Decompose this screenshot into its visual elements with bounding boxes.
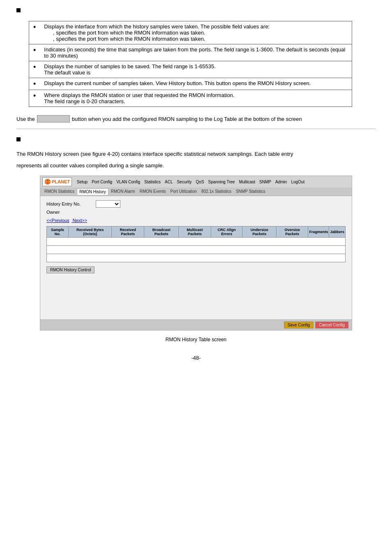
info-cell: Where displays the RMON station or user … [40,90,352,107]
table-row: • Displays the interface from which the … [29,21,352,44]
subnav-8021x-statistics[interactable]: 802.1x Statistics [199,188,233,195]
col-oversize-packets: Oversize Packets [277,227,308,238]
nav-item-security[interactable]: Security [175,179,193,185]
next-link[interactable]: Next>> [73,218,87,223]
bullet-icon: • [33,46,36,54]
subnav-rmon-statistics[interactable]: RMON Statistics [42,188,76,195]
col-received-packets: Received Packets [112,227,144,238]
history-entry-row: History Entry No. [46,200,346,208]
cancel-config-button[interactable]: Cancel Config [315,321,348,328]
bullet-icon: • [33,63,36,71]
info-cell: Indicates (in seconds) the time that sam… [40,44,352,61]
info-table: • Displays the interface from which the … [29,21,352,107]
globe-icon [44,178,51,185]
nav-item-snmp[interactable]: SNMP [258,179,273,185]
page-number: -48- [16,355,376,361]
desc-text-2: represents all counter values compiled d… [16,162,376,170]
save-config-button[interactable]: Save Config [284,321,314,328]
data-table: Sample No. Received Bytes (Octets) Recei… [46,226,346,262]
nav-items: Setup Port Config VLAN Config Statistics… [75,179,306,185]
subnav-snmp-statistics[interactable]: SNMP Statistics [234,188,267,195]
subnav-port-utilization[interactable]: Port Utilization [168,188,199,195]
empty-cell [47,254,346,262]
nav-item-setup[interactable]: Setup [75,179,89,185]
owner-row: Owner [46,210,346,215]
history-entry-select[interactable] [96,200,120,208]
nav-bar: PLANET Setup Port Config VLAN Config Sta… [40,176,352,187]
nav-item-spanning-tree[interactable]: Spanning Tree [207,179,237,185]
desc-text-1: The RMON History screen (see figure 4-20… [16,150,376,158]
section-bullet-icon-2 [16,137,21,141]
table-row [47,254,346,262]
divider [16,129,376,129]
add-button-placeholder [37,115,70,123]
logo-area: PLANET [42,177,72,186]
nav-item-portconfig[interactable]: Port Config [90,179,114,185]
section-bullet-icon [16,8,21,12]
content-area: History Entry No. Owner <<Previous Next>… [40,196,352,319]
col-broadcast-packets: Broadcast Packets [144,227,179,238]
table-row [47,246,346,254]
sub-nav-bar: RMON Statistics RMON History RMON Alarm … [40,187,352,196]
col-jabbers: Jabbers [329,227,346,238]
empty-cell [47,238,346,246]
nav-links: <<Previous Next>> [46,218,346,223]
table-row: • Displays the current number of samples… [29,78,352,90]
col-multicast-packets: Multicast Packets [179,227,211,238]
nav-item-qos[interactable]: QoS [194,179,206,185]
history-entry-label: History Entry No. [46,201,96,206]
info-cell: Displays the interface from which the hi… [40,21,352,44]
col-crc-align-errors: CRC Align Errors [211,227,242,238]
nav-item-acl[interactable]: ACL [163,179,174,185]
table-row: • Indicates (in seconds) the time that s… [29,44,352,61]
logo: PLANET [42,177,72,186]
nav-item-statistics[interactable]: Statistics [143,179,162,185]
table-row: • Displays the number of samples to be s… [29,61,352,78]
rmon-history-control-button[interactable]: RMON History Control [46,266,95,273]
nav-item-multicast[interactable]: Multicast [238,179,257,185]
subnav-rmon-events[interactable]: RMON Events [138,188,168,195]
nav-item-vlanconfig[interactable]: VLAN Config [115,179,142,185]
bullet-icon: • [33,92,36,100]
col-sample-no: Sample No. [47,227,69,238]
use-line: Use the button when you add the configur… [16,115,376,123]
nav-item-admin[interactable]: Admin [274,179,288,185]
info-cell: Displays the number of samples to be sav… [40,61,352,78]
owner-label: Owner [46,210,96,215]
info-cell: Displays the current number of samples t… [40,78,352,90]
bullet-icon: • [33,80,36,88]
subnav-rmon-history[interactable]: RMON History [77,188,108,195]
col-undersize-packets: Undersize Packets [242,227,277,238]
screenshot-container: PLANET Setup Port Config VLAN Config Sta… [40,176,352,331]
nav-item-logout[interactable]: LogOut [289,179,306,185]
prev-link[interactable]: <<Previous [46,218,69,223]
screenshot-caption: RMON History Table screen [16,337,376,342]
col-fragments: Fragments [308,227,329,238]
bullet-icon: • [33,23,36,31]
empty-cell [47,246,346,254]
col-received-bytes: Received Bytes (Octets) [69,227,112,238]
subnav-rmon-alarm[interactable]: RMON Alarm [109,188,137,195]
footer-bar: Save Config Cancel Config [40,319,352,330]
table-row: • Where displays the RMON station or use… [29,90,352,107]
table-row [47,238,346,246]
